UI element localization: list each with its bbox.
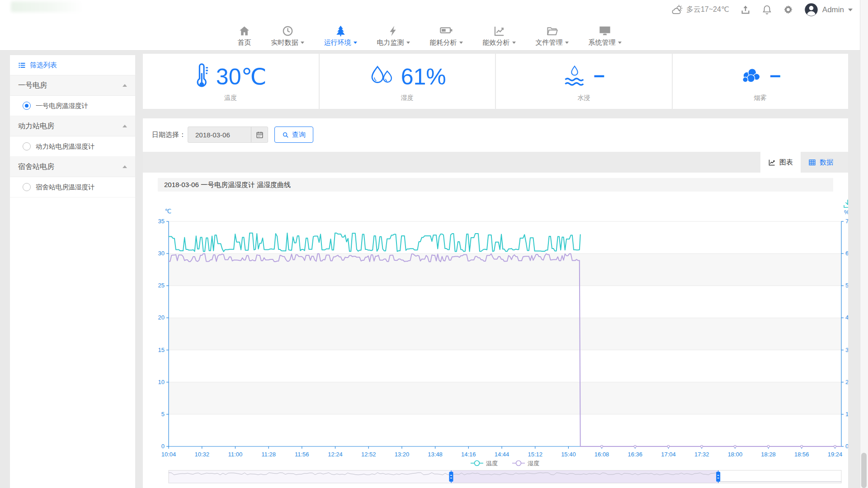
svg-text:70: 70 [845,218,848,225]
chart-tab-icon [768,159,776,166]
svg-text:温度: 温度 [486,460,498,467]
admin-menu[interactable]: Admin [804,3,853,17]
sidebar-group-1[interactable]: 一号电房 [10,75,135,96]
nav-item-home[interactable]: 首页 [238,23,251,47]
settings-gear-icon[interactable] [783,5,793,15]
nav-item-realtime-data[interactable]: 实时数据 [271,23,304,47]
temperature-series-line [169,233,580,252]
list-icon [18,61,26,69]
svg-text:11:28: 11:28 [261,451,276,458]
weather-cloud-sun-icon [671,4,684,16]
sidebar-item[interactable]: 动力站电房温湿度计 [10,136,135,157]
notifications-bell-icon[interactable] [762,5,772,15]
home-icon [238,23,250,37]
collapse-caret-icon [123,125,127,127]
chevron-down-icon [512,42,516,44]
query-button[interactable]: 查询 [274,127,313,143]
sidebar-group-2[interactable]: 动力站电房 [10,116,135,136]
date-input[interactable]: 2018-03-06 [188,127,268,143]
chevron-down-icon [618,42,622,44]
legend-item-humidity[interactable]: 湿度 [512,460,539,467]
content-panel: 日期选择： 2018-03-06 查询 图表 数据 2018-03-06 一号电… [143,118,848,488]
svg-text:19:24: 19:24 [828,451,843,458]
collapse-caret-icon [123,165,127,168]
nav-item-energy-consumption[interactable]: 能耗分析 [430,23,463,47]
monitor-icon [599,23,611,37]
avatar [804,3,818,17]
tab-chart[interactable]: 图表 [760,152,801,173]
page-scrollbar[interactable] [860,0,868,488]
nav-item-environment[interactable]: 运行环境 [324,23,357,47]
sidebar-item[interactable]: 宿舍站电房温湿度计 [10,177,135,197]
chart-area: 35302520151050℃706050403020100%10:0410:3… [143,193,848,488]
svg-text:14:44: 14:44 [495,451,509,458]
svg-text:30: 30 [845,347,848,353]
svg-text:17:04: 17:04 [661,451,676,458]
query-row: 日期选择： 2018-03-06 查询 [143,118,848,143]
metric-cards-row: 30℃ 温度 61% 湿度 – 水浸 – 烟雾 [143,54,848,109]
datazoom-handle-right[interactable] [716,472,720,482]
svg-text:40: 40 [845,314,848,321]
tabs-bar: 图表 数据 [143,152,848,173]
svg-text:%: % [844,209,848,216]
scrollbar-thumb[interactable] [861,453,867,488]
svg-text:35: 35 [158,218,165,225]
search-icon [282,131,289,138]
card-value: – [770,65,781,85]
nav-item-file-manage[interactable]: 文件管理 [536,23,569,47]
card-label: 温度 [224,94,237,102]
svg-text:16:36: 16:36 [628,451,643,458]
svg-text:20: 20 [158,314,165,321]
svg-text:14:16: 14:16 [461,451,476,458]
svg-text:17:32: 17:32 [694,451,709,458]
nav-item-system-manage[interactable]: 系统管理 [589,23,622,47]
admin-label: Admin [822,5,844,14]
tab-data[interactable]: 数据 [801,152,841,173]
svg-text:13:20: 13:20 [395,451,410,458]
upload-icon[interactable] [740,5,751,15]
chevron-down-icon [459,42,463,44]
main-nav: 首页 实时数据 运行环境 电力监测 能耗分析 能效分析 文件管理 系统管理 [0,19,868,51]
legend-item-temperature[interactable]: 温度 [471,460,498,467]
radio-button[interactable] [23,142,31,150]
svg-text:50: 50 [845,282,848,289]
card-value: – [594,65,604,85]
topbar: 多云17~24℃ Admin [0,0,868,20]
datazoom-selection[interactable] [451,470,718,483]
radio-button[interactable] [23,102,31,110]
metric-card-water-immersion: – 水浸 [496,54,672,109]
nav-item-power-monitor[interactable]: 电力监测 [377,23,410,47]
metric-card-humidity: 61% 湿度 [320,54,495,109]
calendar-icon[interactable] [251,127,268,142]
card-label: 烟雾 [754,94,767,102]
svg-text:10:32: 10:32 [194,451,209,458]
weather-widget: 多云17~24℃ [671,4,729,16]
chart-title: 2018-03-06 一号电房温湿度计 温湿度曲线 [158,178,833,192]
card-value: 30℃ [216,66,267,88]
svg-text:12:24: 12:24 [328,451,343,458]
logo-placeholder [11,1,83,12]
card-label: 水浸 [577,94,590,102]
clock-icon [282,23,294,37]
water-immersion-icon [563,65,586,89]
svg-text:15:12: 15:12 [528,451,542,458]
date-value[interactable]: 2018-03-06 [188,127,251,142]
card-label: 湿度 [401,94,414,102]
svg-text:18:56: 18:56 [794,451,809,458]
chevron-down-icon [354,42,357,44]
svg-text:13:48: 13:48 [428,451,443,458]
svg-text:11:00: 11:00 [228,451,243,458]
sidebar-group-3[interactable]: 宿舍站电房 [10,157,135,177]
chevron-down-icon [565,42,569,44]
svg-text:0: 0 [845,443,848,450]
radio-button[interactable] [23,183,31,191]
metric-card-temperature: 30℃ 温度 [143,54,319,109]
sidebar-item[interactable]: 一号电房温湿度计 [10,96,135,116]
chart-icon [493,23,505,37]
svg-text:25: 25 [158,282,165,289]
nav-item-energy-efficiency[interactable]: 能效分析 [483,23,516,47]
chevron-down-icon [301,42,304,44]
download-icon[interactable] [844,200,848,207]
datazoom-handle-left[interactable] [449,472,453,482]
chevron-down-icon [848,9,853,11]
